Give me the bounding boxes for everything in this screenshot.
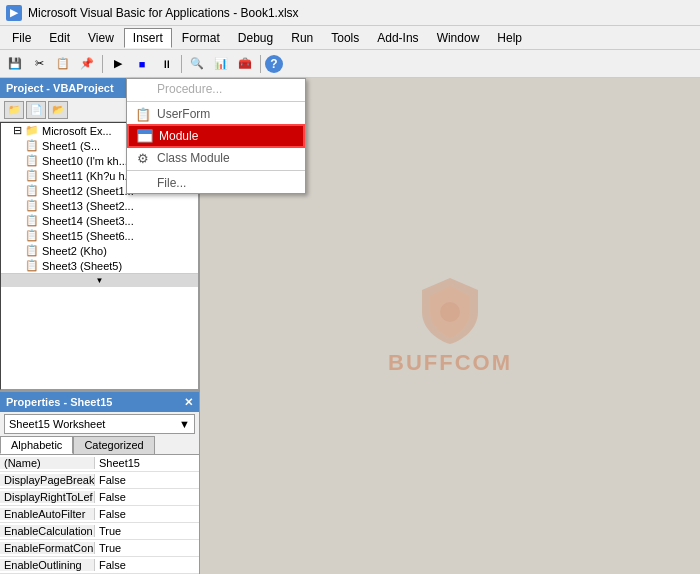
tree-item-sheet14[interactable]: 📋 Sheet14 (Sheet3... xyxy=(1,213,198,228)
procedure-label: Procedure... xyxy=(157,82,222,96)
prop-row-name: (Name) Sheet15 xyxy=(0,455,199,472)
menu-item-module[interactable]: Module xyxy=(127,124,305,148)
panel-btn-3[interactable]: 📂 xyxy=(48,101,68,119)
menu-format[interactable]: Format xyxy=(174,29,228,47)
toolbar-run[interactable]: ▶ xyxy=(107,53,129,75)
sheet-icon: 📋 xyxy=(25,139,39,152)
sheet-icon: 📋 xyxy=(25,184,39,197)
tree-label: Sheet3 (Sheet5) xyxy=(42,260,122,272)
expand-icon: ⊟ xyxy=(13,124,22,137)
properties-panel: Properties - Sheet15 ✕ Sheet15 Worksheet… xyxy=(0,390,199,574)
title-bar: ▶ Microsoft Visual Basic for Application… xyxy=(0,0,700,26)
tree-label: Microsoft Ex... xyxy=(42,125,112,137)
menu-addins[interactable]: Add-Ins xyxy=(369,29,426,47)
properties-header: Properties - Sheet15 ✕ xyxy=(0,392,199,412)
sheet-icon: 📋 xyxy=(25,169,39,182)
module-label: Module xyxy=(159,129,198,143)
menu-separator-2 xyxy=(127,170,305,171)
properties-dropdown[interactable]: Sheet15 Worksheet ▼ xyxy=(4,414,195,434)
prop-val[interactable]: False xyxy=(95,491,199,503)
toolbar-help[interactable]: ? xyxy=(265,55,283,73)
tree-scroll-down[interactable]: ▼ xyxy=(1,273,198,287)
properties-grid: (Name) Sheet15 DisplayPageBreak False Di… xyxy=(0,455,199,574)
menu-window[interactable]: Window xyxy=(429,29,488,47)
toolbar-copy[interactable]: 📋 xyxy=(52,53,74,75)
dropdown-value: Sheet15 Worksheet xyxy=(9,418,179,430)
menu-tools[interactable]: Tools xyxy=(323,29,367,47)
menu-item-file[interactable]: File... xyxy=(127,173,305,193)
menu-bar: File Edit View Insert Format Debug Run T… xyxy=(0,26,700,50)
project-title: Project - VBAProject xyxy=(6,82,114,94)
toolbar-stop[interactable]: ■ xyxy=(131,53,153,75)
tree-label: Sheet10 (I'm kh... xyxy=(42,155,128,167)
prop-val[interactable]: Sheet15 xyxy=(95,457,199,469)
prop-val[interactable]: True xyxy=(95,525,199,537)
toolbar-save[interactable]: 💾 xyxy=(4,53,26,75)
prop-val[interactable]: False xyxy=(95,474,199,486)
menu-file[interactable]: File xyxy=(4,29,39,47)
toolbar-cut[interactable]: ✂ xyxy=(28,53,50,75)
toolbar-paste[interactable]: 📌 xyxy=(76,53,98,75)
sep2 xyxy=(181,55,182,73)
panel-btn-2[interactable]: 📄 xyxy=(26,101,46,119)
menu-insert[interactable]: Insert xyxy=(124,28,172,48)
properties-tabs: Alphabetic Categorized xyxy=(0,436,199,455)
folder-icon: 📁 xyxy=(25,124,39,137)
prop-label: EnableCalculation xyxy=(0,525,95,537)
menu-help[interactable]: Help xyxy=(489,29,530,47)
tree-item-sheet3[interactable]: 📋 Sheet3 (Sheet5) xyxy=(1,258,198,273)
properties-close[interactable]: ✕ xyxy=(184,396,193,409)
prop-row-enableoutlining: EnableOutlining False xyxy=(0,557,199,574)
tab-alphabetic[interactable]: Alphabetic xyxy=(0,436,73,454)
tree-label: Sheet2 (Kho) xyxy=(42,245,107,257)
sheet-icon: 📋 xyxy=(25,214,39,227)
panel-btn-1[interactable]: 📁 xyxy=(4,101,24,119)
sheet-icon: 📋 xyxy=(25,229,39,242)
classmodule-icon: ⚙ xyxy=(133,150,153,166)
menu-run[interactable]: Run xyxy=(283,29,321,47)
sheet-icon: 📋 xyxy=(25,259,39,272)
tree-label: Sheet13 (Sheet2... xyxy=(42,200,134,212)
userform-icon: 📋 xyxy=(133,106,153,122)
prop-val[interactable]: True xyxy=(95,542,199,554)
prop-row-enablecalc: EnableCalculation True xyxy=(0,523,199,540)
toolbar-toolbox[interactable]: 🧰 xyxy=(234,53,256,75)
prop-label: DisplayRightToLef xyxy=(0,491,95,503)
tree-label: Sheet1 (S... xyxy=(42,140,100,152)
app-icon: ▶ xyxy=(6,5,22,21)
tree-label: Sheet15 (Sheet6... xyxy=(42,230,134,242)
procedure-icon xyxy=(133,81,153,97)
svg-point-0 xyxy=(440,302,460,322)
menu-debug[interactable]: Debug xyxy=(230,29,281,47)
menu-edit[interactable]: Edit xyxy=(41,29,78,47)
tree-item-sheet15[interactable]: 📋 Sheet15 (Sheet6... xyxy=(1,228,198,243)
file-icon xyxy=(133,175,153,191)
sheet-icon: 📋 xyxy=(25,154,39,167)
tab-categorized[interactable]: Categorized xyxy=(73,436,154,454)
file-label: File... xyxy=(157,176,186,190)
sep1 xyxy=(102,55,103,73)
main-area: Project - VBAProject ✕ 📁 📄 📂 ⊟ 📁 Microso… xyxy=(0,78,700,574)
prop-val[interactable]: False xyxy=(95,559,199,571)
classmodule-label: Class Module xyxy=(157,151,230,165)
toolbar-pause[interactable]: ⏸ xyxy=(155,53,177,75)
prop-label: (Name) xyxy=(0,457,95,469)
menu-item-classmodule[interactable]: ⚙ Class Module xyxy=(127,148,305,168)
prop-row-displayright: DisplayRightToLef False xyxy=(0,489,199,506)
sheet-icon: 📋 xyxy=(25,244,39,257)
menu-item-userform[interactable]: 📋 UserForm xyxy=(127,104,305,124)
tree-item-sheet2[interactable]: 📋 Sheet2 (Kho) xyxy=(1,243,198,258)
tree-label: Sheet12 (Sheet1... xyxy=(42,185,134,197)
toolbar: 💾 ✂ 📋 📌 ▶ ■ ⏸ 🔍 📊 🧰 ? xyxy=(0,50,700,78)
tree-label: Sheet14 (Sheet3... xyxy=(42,215,134,227)
menu-view[interactable]: View xyxy=(80,29,122,47)
tree-item-sheet13[interactable]: 📋 Sheet13 (Sheet2... xyxy=(1,198,198,213)
title-text: Microsoft Visual Basic for Applications … xyxy=(28,6,299,20)
watermark: BUFFCOM xyxy=(388,276,512,376)
toolbar-search[interactable]: 🔍 xyxy=(186,53,208,75)
menu-separator-1 xyxy=(127,101,305,102)
prop-val[interactable]: False xyxy=(95,508,199,520)
sep3 xyxy=(260,55,261,73)
toolbar-obj-browser[interactable]: 📊 xyxy=(210,53,232,75)
prop-label: EnableFormatCon xyxy=(0,542,95,554)
